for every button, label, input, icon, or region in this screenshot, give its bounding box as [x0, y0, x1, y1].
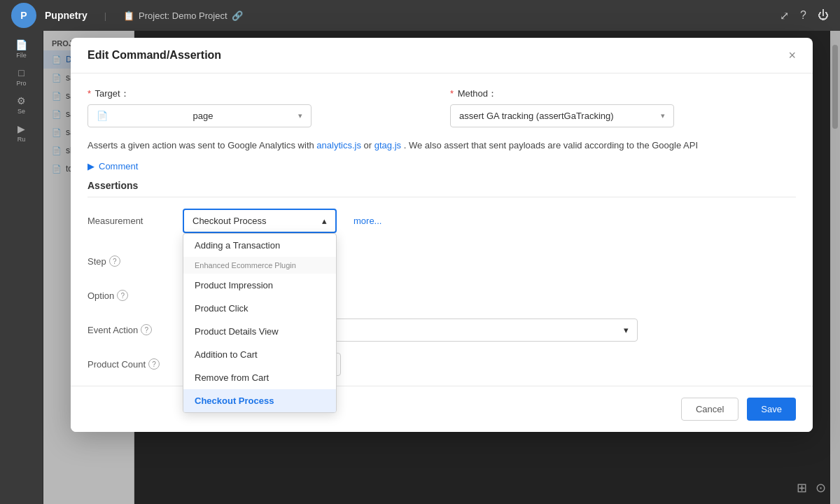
top-bar-right: ⤢ ? ⏻ — [780, 9, 829, 22]
more-link[interactable]: more... — [354, 216, 382, 226]
description-or: or — [364, 140, 374, 150]
method-group: * Method： assert GA tracking (assertGaTr… — [450, 88, 796, 127]
measurement-dropdown-menu: Adding a Transaction Enhanced Ecommerce … — [183, 233, 337, 413]
edit-command-dialog: Edit Command/Assertion × * Target： 📄 pag… — [71, 38, 813, 432]
project-link-icon: 🔗 — [232, 10, 243, 21]
option-help-icon[interactable]: ? — [117, 290, 128, 301]
sidebar-ru-label: Ru — [18, 136, 26, 143]
dialog-header: Edit Command/Assertion × — [71, 38, 813, 74]
project-label[interactable]: 📋 Project: Demo Project 🔗 — [123, 10, 242, 21]
app-brand: Pupnetry — [45, 10, 88, 21]
project-icon: 📋 — [123, 10, 134, 21]
comment-toggle[interactable]: ▶ Comment — [88, 161, 796, 172]
expand-icon[interactable]: ⤢ — [780, 9, 789, 22]
measurement-value: Checkout Process — [192, 216, 267, 226]
power-icon[interactable]: ⏻ — [818, 9, 829, 22]
target-file-icon: 📄 — [97, 111, 108, 121]
assertions-header: Assertions — [88, 180, 796, 197]
step-help-icon[interactable]: ? — [109, 255, 120, 267]
dropdown-item-adding-transaction[interactable]: Adding a Transaction — [183, 234, 336, 257]
description: Asserts a given action was sent to Googl… — [88, 139, 796, 153]
event-action-label: Event Action ? — [88, 324, 172, 335]
sidebar-se-label: Se — [18, 108, 25, 115]
sidebar-item-file[interactable]: 📄 File — [4, 36, 39, 62]
cancel-button[interactable]: Cancel — [681, 398, 738, 421]
gtag-js-link[interactable]: gtag.js — [374, 140, 401, 150]
assertions-form: Measurement Checkout Process ▴ Adding a … — [88, 209, 796, 376]
target-value: page — [193, 111, 214, 121]
dialog-body: * Target： 📄 page ▾ * Method： as — [71, 74, 813, 390]
method-chevron-icon: ▾ — [661, 111, 665, 120]
settings-icon: ⚙ — [17, 95, 26, 106]
project-name: Project: Demo Project — [139, 10, 227, 21]
target-label: * Target： — [88, 88, 433, 100]
method-select[interactable]: assert GA tracking (assertGaTracking) ▾ — [450, 104, 674, 127]
help-icon[interactable]: ? — [800, 9, 806, 22]
measurement-dropdown-container: Checkout Process ▴ Adding a Transaction … — [183, 209, 337, 233]
dialog-title: Edit Command/Assertion — [88, 49, 221, 62]
product-count-label: Product Count ? — [88, 358, 172, 370]
description-text: Asserts a given action was sent to Googl… — [88, 140, 314, 150]
dropdown-scroll-area[interactable]: Adding a Transaction Enhanced Ecommerce … — [183, 234, 336, 412]
run-icon: ▶ — [18, 123, 25, 134]
event-action-chevron-icon: ▾ — [624, 325, 629, 335]
measurement-select[interactable]: Checkout Process ▴ — [183, 209, 337, 233]
comment-label: Comment — [99, 161, 138, 172]
measurement-chevron-up-icon: ▴ — [322, 216, 327, 226]
dropdown-item-remove-from-cart[interactable]: Remove from Cart — [183, 366, 336, 389]
target-group: * Target： 📄 page ▾ — [88, 88, 433, 127]
save-button[interactable]: Save — [747, 398, 796, 421]
sidebar-item-run[interactable]: ▶ Ru — [4, 120, 39, 146]
dialog-close-button[interactable]: × — [788, 49, 796, 62]
method-value: assert GA tracking (assertGaTracking) — [459, 111, 614, 121]
product-count-help-icon[interactable]: ? — [148, 358, 160, 370]
event-action-help-icon[interactable]: ? — [141, 324, 152, 335]
target-required: * — [88, 88, 91, 99]
dropdown-item-product-impression[interactable]: Product Impression — [183, 274, 336, 297]
target-chevron-icon: ▾ — [298, 111, 302, 120]
pro-icon: □ — [18, 67, 24, 78]
dialog-overlay: Edit Command/Assertion × * Target： 📄 pag… — [43, 31, 840, 504]
dropdown-item-product-details-view[interactable]: Product Details View — [183, 320, 336, 343]
sidebar-item-pro[interactable]: □ Pro — [4, 64, 39, 90]
target-select[interactable]: 📄 page ▾ — [88, 104, 312, 127]
target-method-row: * Target： 📄 page ▾ * Method： as — [88, 88, 796, 127]
dropdown-item-checkout-process[interactable]: Checkout Process — [183, 389, 336, 412]
measurement-label: Measurement — [88, 216, 172, 226]
sidebar-item-settings[interactable]: ⚙ Se — [4, 92, 39, 118]
app-logo: P — [11, 3, 36, 28]
comment-arrow-icon: ▶ — [88, 161, 94, 172]
step-label: Step ? — [88, 255, 172, 267]
dialog-footer: Cancel Save — [71, 386, 813, 432]
file-icon: 📄 — [15, 39, 27, 50]
option-label: Option ? — [88, 290, 172, 301]
top-bar: P Pupnetry | 📋 Project: Demo Project 🔗 ⤢… — [0, 0, 840, 31]
method-label: * Method： — [450, 88, 796, 100]
dropdown-item-product-click[interactable]: Product Click — [183, 297, 336, 320]
dropdown-group-enhanced: Enhanced Ecommerce Plugin — [183, 257, 336, 274]
description-suffix: . We also assert that sent payloads are … — [404, 140, 698, 150]
dropdown-item-addition-to-cart[interactable]: Addition to Cart — [183, 343, 336, 366]
sidebar-file-label: File — [16, 52, 27, 59]
measurement-row: Measurement Checkout Process ▴ Adding a … — [88, 209, 796, 233]
sidebar: 📄 File □ Pro ⚙ Se ▶ Ru — [0, 31, 43, 504]
analytics-js-link[interactable]: analytics.js — [316, 140, 361, 150]
sidebar-pro-label: Pro — [16, 80, 26, 87]
method-required: * — [450, 88, 454, 99]
